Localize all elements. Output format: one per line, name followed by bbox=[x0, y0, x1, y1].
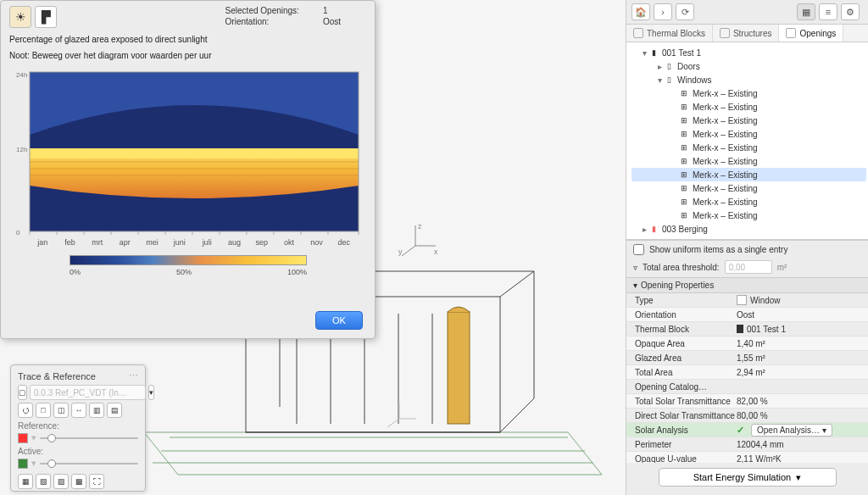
threshold-input[interactable] bbox=[725, 260, 772, 274]
prop-ou-label: Opaque U-value bbox=[626, 454, 737, 464]
trace-tool-2[interactable]: □ bbox=[36, 403, 51, 418]
tree-row[interactable]: ▾▯Windows bbox=[632, 73, 866, 86]
trace-bottom-4[interactable]: ▩ bbox=[71, 474, 86, 489]
active-slider[interactable]: ▾ bbox=[18, 458, 138, 469]
chart-month-axis: janfeb mrtapr meijuni juliaug sepokt nov… bbox=[30, 238, 357, 247]
palette-menu-icon[interactable]: ⋯ bbox=[129, 370, 138, 381]
prop-tst-value[interactable]: 82,00 % bbox=[737, 397, 868, 406]
reference-slider[interactable]: ▾ bbox=[18, 432, 138, 443]
prop-total-value: 2,94 m² bbox=[737, 368, 868, 377]
prop-thermal-value[interactable]: 001 Test 1 bbox=[747, 325, 786, 334]
tree-row[interactable]: ⊞Merk-x – Existing bbox=[632, 168, 866, 181]
panel-settings-icon[interactable]: ⚙ bbox=[841, 3, 860, 20]
trace-bottom-5[interactable]: ⛶ bbox=[89, 474, 104, 489]
tree-row[interactable]: ⊞Merk-x – Existing bbox=[632, 154, 866, 168]
view-list-icon[interactable]: ≡ bbox=[819, 3, 837, 20]
openings-tree[interactable]: ▾▮001 Test 1▸▯Doors▾▯Windows⊞Merk-x – Ex… bbox=[626, 42, 868, 240]
prop-thermal-label: Thermal Block bbox=[626, 325, 737, 334]
svg-text:y: y bbox=[398, 248, 403, 256]
prop-catalog-link[interactable]: Opening Catalog… bbox=[626, 382, 737, 392]
trace-reference-palette[interactable]: Trace & Reference ⋯ ▢ ▾ ⭯ □ ◫ ↔ ▥ ▤ Refe… bbox=[10, 364, 146, 492]
open-analysis-button[interactable]: Open Analysis… ▾ bbox=[751, 424, 832, 437]
axis-gizmo: z x y bbox=[398, 220, 441, 264]
trace-tool-4[interactable]: ↔ bbox=[71, 403, 86, 418]
refresh-icon[interactable]: ⟳ bbox=[676, 3, 694, 20]
nav-back-icon[interactable]: 🏠 bbox=[632, 3, 650, 20]
reference-color-swatch[interactable] bbox=[18, 433, 28, 443]
sun-tool-icon[interactable]: ☀ bbox=[9, 6, 31, 28]
panel-tabs: Thermal Blocks Structures Openings bbox=[626, 25, 868, 42]
tab-structures[interactable]: Structures bbox=[713, 25, 780, 42]
tab-openings[interactable]: Openings bbox=[779, 25, 843, 42]
tree-row[interactable]: ⊞Merk-x – Existing bbox=[632, 114, 866, 127]
tree-row[interactable]: ⊞Merk-x – Existing bbox=[632, 141, 866, 154]
prop-tst-label: Total Solar Transmittance bbox=[626, 397, 737, 406]
prop-dst-label: Direct Solar Transmittance bbox=[626, 411, 737, 420]
view-grid-icon[interactable]: ▦ bbox=[797, 3, 815, 20]
dialog-info: Selected Openings: 1 Orientation: Oost bbox=[225, 6, 341, 26]
trace-tool-5[interactable]: ▥ bbox=[89, 403, 104, 418]
uniform-section: Show uniform items as a single entry ▿ T… bbox=[626, 240, 868, 278]
solar-chart[interactable]: 24h 12h 0 bbox=[14, 67, 362, 276]
tree-row[interactable]: ▾▮001 Test 1 bbox=[632, 46, 866, 59]
prop-perim-label: Perimeter bbox=[626, 440, 737, 449]
prop-perim-value: 12004,4 mm bbox=[737, 440, 868, 449]
selected-opening bbox=[448, 307, 470, 424]
ok-button[interactable]: OK bbox=[315, 311, 363, 330]
orientation-label: Orientation: bbox=[225, 17, 299, 26]
prop-type-label: Type bbox=[626, 296, 737, 305]
svg-text:12h: 12h bbox=[16, 146, 27, 153]
tree-row[interactable]: ⊞Merk-x – Existing bbox=[632, 195, 866, 209]
tree-row[interactable]: ⊞Merk-x – Existing bbox=[632, 209, 866, 222]
svg-line-16 bbox=[387, 419, 399, 427]
svg-text:x: x bbox=[434, 248, 438, 256]
svg-text:0: 0 bbox=[16, 229, 20, 236]
funnel-icon: ▿ bbox=[633, 263, 637, 272]
svg-text:z: z bbox=[418, 222, 422, 231]
tree-row[interactable]: ▸▯Doors bbox=[632, 59, 866, 73]
tree-row[interactable]: ▸▮003 Berging bbox=[632, 222, 866, 236]
threshold-unit: m² bbox=[777, 263, 787, 272]
tree-row[interactable]: ⊞Merk-x – Existing bbox=[632, 181, 866, 195]
prop-glazed-value: 1,55 m² bbox=[737, 353, 868, 363]
trace-dropdown-icon[interactable]: ▾ bbox=[148, 385, 154, 400]
trace-tool-1[interactable]: ⭯ bbox=[18, 403, 33, 418]
block-icon bbox=[737, 325, 743, 333]
svg-rect-7 bbox=[448, 312, 470, 424]
tree-row[interactable]: ⊞Merk-x – Existing bbox=[632, 127, 866, 141]
properties-header[interactable]: ▾Opening Properties bbox=[626, 278, 868, 293]
active-color-swatch[interactable] bbox=[18, 459, 28, 469]
svg-text:24h: 24h bbox=[16, 71, 27, 79]
tree-row[interactable]: ⊞Merk-x – Existing bbox=[632, 86, 866, 100]
nav-fwd-icon[interactable]: › bbox=[654, 3, 672, 20]
trace-bottom-1[interactable]: ▦ bbox=[18, 474, 33, 489]
trace-bottom-3[interactable]: ▨ bbox=[53, 474, 69, 489]
trace-tool-6[interactable]: ▤ bbox=[107, 403, 122, 418]
prop-orientation-value[interactable]: Oost bbox=[737, 310, 868, 320]
selected-openings-label: Selected Openings: bbox=[225, 6, 299, 15]
trace-tool-3[interactable]: ◫ bbox=[53, 403, 69, 418]
opening-properties: TypeWindow OrientationOost Thermal Block… bbox=[626, 293, 868, 463]
prop-ou-value[interactable]: 2,11 W/m²K bbox=[737, 454, 868, 464]
trace-layer-icon[interactable]: ▢ bbox=[18, 385, 27, 400]
prop-solar-label: Solar Analysis bbox=[626, 425, 737, 435]
orientation-value: Oost bbox=[323, 17, 341, 26]
prop-opaque-value: 1,40 m² bbox=[737, 339, 868, 348]
shade-tool-icon[interactable]: ▛ bbox=[35, 6, 57, 28]
check-icon: ✓ bbox=[737, 425, 744, 436]
panel-header: 🏠 › ⟳ ▦ ≡ ⚙ bbox=[626, 0, 868, 25]
solar-analysis-dialog: ☀ ▛ Selected Openings: 1 Orientation: Oo… bbox=[0, 0, 376, 339]
reference-label: Reference: bbox=[18, 421, 138, 431]
uniform-checkbox[interactable]: Show uniform items as a single entry bbox=[633, 244, 861, 255]
window-icon bbox=[737, 295, 747, 305]
prop-dst-value[interactable]: 80,00 % bbox=[737, 411, 868, 420]
tab-thermal-blocks[interactable]: Thermal Blocks bbox=[626, 25, 713, 42]
dialog-hint: Noot: Beweeg over het diagram voor waard… bbox=[9, 51, 366, 60]
threshold-label: Total area threshold: bbox=[643, 263, 720, 272]
trace-bottom-2[interactable]: ▧ bbox=[36, 474, 51, 489]
start-energy-simulation-button[interactable]: Start Energy Simulation ▾ bbox=[659, 468, 837, 487]
tree-row[interactable]: ⊞Merk-x – Existing bbox=[632, 100, 866, 114]
dialog-title: Percentage of glazed area exposed to dir… bbox=[9, 35, 366, 44]
prop-orientation-label: Orientation bbox=[626, 310, 737, 320]
trace-reference-field[interactable] bbox=[30, 385, 146, 400]
